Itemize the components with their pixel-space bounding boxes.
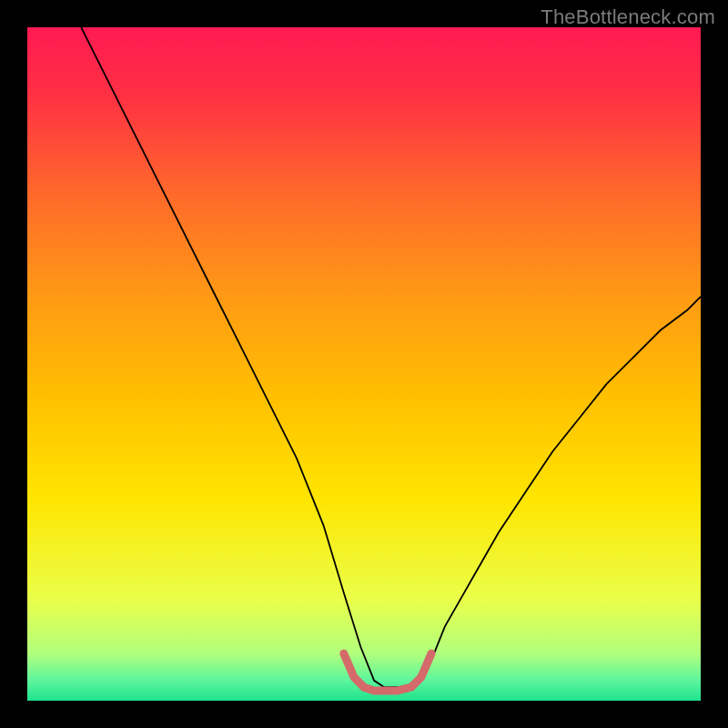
- chart-frame: TheBottleneck.com: [0, 0, 728, 728]
- gradient-background: [27, 27, 701, 701]
- watermark-label: TheBottleneck.com: [541, 5, 715, 29]
- plot-area: [27, 27, 701, 701]
- chart-svg: [27, 27, 701, 701]
